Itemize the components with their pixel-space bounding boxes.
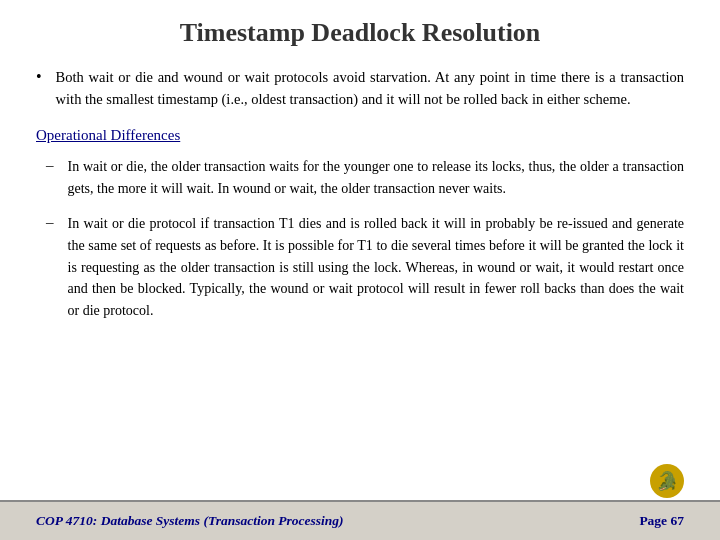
dash-icon-2: – <box>46 214 54 231</box>
page-title: Timestamp Deadlock Resolution <box>36 18 684 48</box>
footer-course-label: COP 4710: Database Systems (Transaction … <box>36 513 344 529</box>
sub-item-2: – In wait or die protocol if transaction… <box>46 213 684 321</box>
sub-text-1: In wait or die, the older transaction wa… <box>68 156 685 199</box>
bullet-icon: • <box>36 68 42 86</box>
section-header-operational: Operational Differences <box>36 127 684 144</box>
sub-items-list: – In wait or die, the older transaction … <box>36 156 684 322</box>
sub-item-1: – In wait or die, the older transaction … <box>46 156 684 199</box>
page: Timestamp Deadlock Resolution • Both wai… <box>0 0 720 540</box>
sub-text-2: In wait or die protocol if transaction T… <box>68 213 685 321</box>
bullet-section: • Both wait or die and wound or wait pro… <box>36 66 684 111</box>
bullet-text: Both wait or die and wound or wait proto… <box>56 66 684 111</box>
footer-page-number: Page 67 <box>639 513 684 529</box>
dash-icon-1: – <box>46 157 54 174</box>
gator-logo-icon: 🐊 <box>650 464 684 498</box>
gator-emoji: 🐊 <box>656 470 678 492</box>
content-area: Timestamp Deadlock Resolution • Both wai… <box>0 0 720 500</box>
footer: COP 4710: Database Systems (Transaction … <box>0 500 720 540</box>
